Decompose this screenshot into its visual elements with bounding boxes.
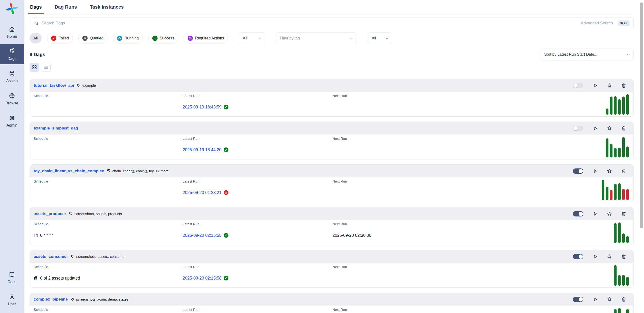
run-bar[interactable] (626, 189, 629, 200)
run-bar[interactable] (602, 180, 604, 200)
latest-run-link[interactable]: 2025-09-20 01:23:21 (182, 190, 222, 195)
run-bar[interactable] (622, 137, 625, 157)
tab-task-instances[interactable]: Task Instances (89, 3, 124, 14)
dag-pause-toggle[interactable] (573, 83, 583, 88)
dag-card-body: Schedule Latest Run 2025-09-19 18: (30, 135, 634, 159)
dag-pause-toggle[interactable] (573, 297, 583, 302)
run-bar[interactable] (610, 190, 612, 200)
favorite-dag-button[interactable] (607, 168, 612, 174)
run-bar[interactable] (614, 148, 616, 157)
trigger-dag-button[interactable] (592, 211, 598, 216)
schedule-text: 0 of 2 assets updated (40, 276, 80, 281)
dag-name-link[interactable]: complex_pipeline (34, 297, 68, 302)
delete-dag-button[interactable] (621, 126, 626, 131)
run-bar[interactable] (618, 99, 620, 115)
filter-pill-success[interactable]: Success (148, 33, 178, 44)
trigger-dag-button[interactable] (592, 83, 598, 88)
delete-dag-button[interactable] (621, 168, 626, 174)
run-bar[interactable] (610, 97, 612, 115)
run-bar[interactable] (618, 148, 620, 157)
card-view-button[interactable] (30, 63, 39, 72)
latest-run-link[interactable]: 2025-09-20 02:15:55 (182, 233, 222, 238)
scrollbar[interactable] (640, 3, 643, 228)
advanced-search-link[interactable]: Advanced Search (581, 21, 613, 26)
run-bar[interactable] (626, 236, 629, 243)
trigger-dag-button[interactable] (592, 168, 598, 174)
dag-count: 8 Dags (30, 52, 45, 57)
run-bar[interactable] (626, 94, 629, 115)
run-bar[interactable] (618, 222, 620, 243)
run-bar[interactable] (614, 96, 616, 115)
sidebar-item-docs[interactable]: Docs (0, 267, 24, 287)
dag-pause-toggle[interactable] (573, 126, 583, 131)
run-bar[interactable] (606, 138, 608, 157)
run-bar[interactable] (606, 187, 608, 200)
sidebar-item-browse[interactable]: Browse (0, 89, 24, 109)
latest-run-link[interactable]: 2025-09-19 18:43:59 (182, 105, 222, 110)
trigger-dag-button[interactable] (592, 254, 598, 259)
star-icon (607, 254, 612, 259)
sidebar-item-home[interactable]: Home (0, 22, 24, 42)
run-bar[interactable] (618, 275, 620, 286)
run-bar[interactable] (614, 309, 616, 313)
state-select[interactable]: All (239, 33, 265, 44)
latest-run-link[interactable]: 2025-09-20 02:15:58 (182, 276, 222, 281)
dag-pause-toggle[interactable] (573, 211, 583, 216)
dag-controls (573, 211, 626, 216)
favorite-dag-button[interactable] (607, 254, 612, 259)
list-icon (44, 65, 48, 70)
run-bar[interactable] (618, 308, 620, 313)
filter-pill-all[interactable]: All (30, 33, 42, 44)
trigger-dag-button[interactable] (592, 297, 598, 302)
paused-select[interactable]: All (368, 33, 392, 44)
airflow-logo[interactable] (5, 2, 18, 15)
dag-tags-text: screenshots, assets, producer (74, 212, 122, 216)
run-bar[interactable] (610, 144, 612, 157)
dag-pause-toggle[interactable] (573, 168, 583, 174)
run-bar[interactable] (614, 184, 616, 200)
run-bar[interactable] (622, 97, 625, 115)
dag-name-link[interactable]: toy_chain_linear_vs_chain_complex (34, 169, 104, 173)
sidebar-item-user[interactable]: User (0, 289, 24, 310)
tag-filter-select[interactable]: Filter by tag (276, 33, 357, 44)
run-bar[interactable] (614, 223, 616, 243)
run-bar[interactable] (626, 309, 629, 313)
dag-controls (573, 297, 626, 302)
run-bar[interactable] (626, 146, 629, 157)
favorite-dag-button[interactable] (607, 297, 612, 302)
run-bar[interactable] (606, 109, 608, 115)
run-bar[interactable] (622, 189, 625, 200)
table-view-button[interactable] (41, 63, 50, 72)
run-bar[interactable] (618, 183, 620, 200)
delete-dag-button[interactable] (621, 297, 626, 302)
sidebar-item-dags[interactable]: Dags (0, 44, 24, 64)
tab-dag-runs[interactable]: Dag Runs (54, 3, 77, 14)
dag-name-link[interactable]: assets_consumer (34, 254, 68, 259)
dag-name-link[interactable]: tutorial_taskflow_api (34, 83, 74, 88)
favorite-dag-button[interactable] (607, 211, 612, 216)
filter-pill-required-actions[interactable]: Required Actions (184, 33, 228, 44)
trigger-dag-button[interactable] (592, 126, 598, 131)
run-bar[interactable] (622, 275, 625, 286)
filter-pill-queued[interactable]: Queued (78, 33, 108, 44)
run-bar[interactable] (622, 233, 625, 243)
run-bar[interactable] (626, 277, 629, 286)
filter-pill-failed[interactable]: Failed (47, 33, 73, 44)
dag-name-link[interactable]: example_simplest_dag (34, 126, 78, 131)
filter-pill-running[interactable]: Running (113, 33, 143, 44)
dag-name-link[interactable]: assets_producer (34, 211, 66, 216)
delete-dag-button[interactable] (621, 83, 626, 88)
favorite-dag-button[interactable] (607, 126, 612, 131)
favorite-dag-button[interactable] (607, 83, 612, 88)
sidebar-item-assets[interactable]: Assets (0, 66, 24, 87)
search-input[interactable] (42, 21, 578, 26)
delete-dag-button[interactable] (621, 254, 626, 259)
dag-pause-toggle[interactable] (573, 254, 583, 259)
sidebar-item-admin[interactable]: Admin (0, 111, 24, 131)
delete-dag-button[interactable] (621, 211, 626, 216)
latest-run-link[interactable]: 2025-09-19 18:44:20 (182, 147, 222, 152)
run-bar[interactable] (614, 265, 616, 286)
schedule-value: 0 of 2 assets updated (34, 275, 80, 281)
sort-select[interactable]: Sort by Latest Run Start Date... (540, 49, 634, 60)
tab-dags[interactable]: Dags (30, 3, 42, 14)
